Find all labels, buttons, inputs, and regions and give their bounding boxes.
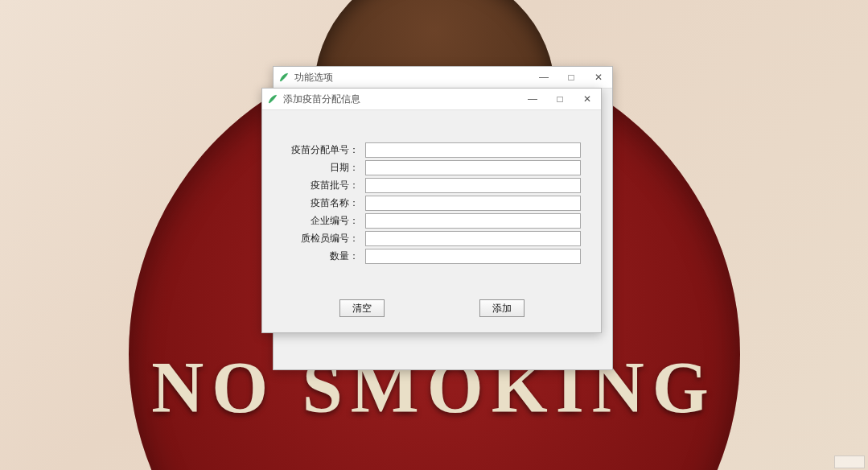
add-button-label: 添加 — [492, 302, 512, 315]
taskbar-tray-hint — [834, 456, 865, 468]
label-qty: 数量： — [262, 249, 365, 263]
form: 疫苗分配单号： 日期： 疫苗批号： 疫苗名称： 企业编号： — [262, 141, 601, 265]
label-alloc-no: 疫苗分配单号： — [262, 143, 365, 157]
clear-button-label: 清空 — [352, 302, 372, 315]
label-company: 企业编号： — [262, 214, 365, 228]
button-row: 清空 添加 — [262, 299, 601, 317]
input-inspector[interactable] — [365, 231, 581, 246]
minimize-icon: — — [528, 93, 537, 105]
add-button[interactable]: 添加 — [479, 299, 525, 317]
label-name: 疫苗名称： — [262, 196, 365, 210]
minimize-button[interactable]: — — [530, 67, 557, 88]
title-add-allocation: 添加疫苗分配信息 — [283, 93, 519, 106]
titlebar-options[interactable]: 功能选项 — □ ✕ — [274, 67, 612, 89]
minimize-icon: — — [539, 72, 549, 83]
row-inspector: 质检员编号： — [262, 229, 601, 247]
close-button[interactable]: ✕ — [574, 89, 601, 109]
row-qty: 数量： — [262, 247, 601, 265]
row-batch: 疫苗批号： — [262, 176, 601, 194]
window-add-allocation[interactable]: 添加疫苗分配信息 — □ ✕ 疫苗分配单号： 日期： 疫苗批号： — [261, 88, 602, 333]
row-date: 日期： — [262, 159, 601, 176]
row-alloc-no: 疫苗分配单号： — [262, 141, 601, 159]
close-button[interactable]: ✕ — [585, 67, 612, 88]
titlebar-add-allocation[interactable]: 添加疫苗分配信息 — □ ✕ — [262, 89, 601, 110]
maximize-icon: □ — [557, 93, 562, 105]
desktop: NO SMOKING 功能选项 — □ ✕ 添加疫苗分配信息 — — [0, 0, 868, 470]
maximize-icon: □ — [568, 72, 574, 83]
window-controls-options: — □ ✕ — [530, 67, 612, 88]
window-controls-add: — □ ✕ — [519, 89, 601, 109]
input-company[interactable] — [365, 213, 581, 229]
maximize-button[interactable]: □ — [546, 89, 574, 109]
client-area-add: 疫苗分配单号： 日期： 疫苗批号： 疫苗名称： 企业编号： — [262, 110, 601, 333]
close-icon: ✕ — [583, 93, 591, 105]
clear-button[interactable]: 清空 — [339, 299, 385, 317]
label-inspector: 质检员编号： — [262, 232, 365, 245]
row-name: 疫苗名称： — [262, 194, 601, 212]
label-batch: 疫苗批号： — [262, 179, 365, 192]
close-icon: ✕ — [594, 72, 603, 83]
app-icon — [278, 72, 290, 83]
input-qty[interactable] — [365, 249, 581, 264]
label-date: 日期： — [262, 161, 365, 175]
maximize-button[interactable]: □ — [557, 67, 585, 88]
app-icon — [267, 93, 278, 105]
input-date[interactable] — [365, 160, 581, 175]
minimize-button[interactable]: — — [519, 89, 546, 109]
input-batch[interactable] — [365, 178, 581, 193]
title-options: 功能选项 — [294, 71, 530, 85]
input-name[interactable] — [365, 196, 581, 211]
input-alloc-no[interactable] — [365, 142, 581, 158]
row-company: 企业编号： — [262, 212, 601, 229]
